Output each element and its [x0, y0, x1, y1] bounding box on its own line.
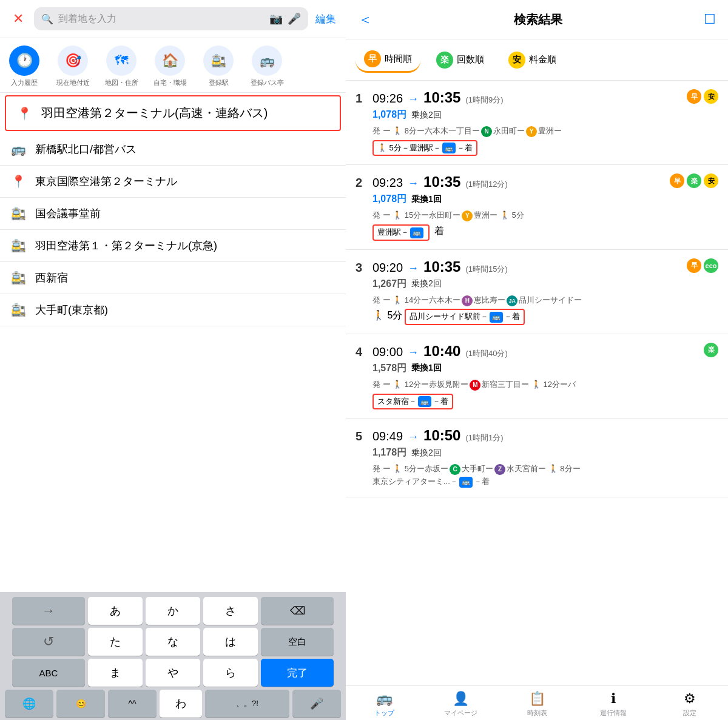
- kb-a-key[interactable]: あ: [88, 597, 143, 625]
- kb-arrow-key[interactable]: →: [12, 597, 85, 625]
- kb-abc-key[interactable]: ABC: [12, 659, 85, 687]
- kb-ka-key[interactable]: か: [146, 597, 200, 625]
- bus-stop-icon: 🚌: [252, 45, 282, 76]
- route-arrow-5: →: [408, 431, 419, 443]
- route-number-4: 4: [356, 345, 362, 359]
- camera-icon[interactable]: 📷: [269, 12, 283, 25]
- list-item-text-3: 東京国際空港第２ターミナル: [35, 174, 177, 189]
- route-arrive-5: 10:50: [423, 427, 460, 444]
- route-price-2: 1,078円: [372, 193, 406, 206]
- c-badge: C: [450, 464, 460, 475]
- sort-tab-hayai[interactable]: 早 時間順: [356, 47, 420, 73]
- list-item-tokyo-intl[interactable]: 📍 東京国際空港第２ターミナル: [0, 166, 346, 198]
- route-item-4[interactable]: 4 09:00 → 10:40 (1時間40分) 1,578円 乗換1回 発 ー…: [346, 334, 728, 419]
- kb-wa-key[interactable]: わ: [160, 690, 202, 718]
- quick-action-home[interactable]: 🏠 自宅・職場: [146, 45, 194, 87]
- list-item-text-7: 大手町(東京都): [35, 303, 108, 317]
- route-time-row-4: 09:00 → 10:40 (1時間40分): [372, 343, 718, 360]
- kb-globe-key[interactable]: 🌐: [5, 690, 53, 718]
- route-price-row-5: 1,178円 乗換2回: [372, 446, 718, 459]
- route-detail-1: 発 ー 🚶 8分ー六本木一丁目ーN永田町ーY豊洲ー: [372, 125, 718, 138]
- route-arrive-4: 10:40: [423, 343, 460, 360]
- quick-actions: 🕐 入力履歴 🎯 現在地付近 🗺 地図・住所 🏠 自宅・職場 🚉: [0, 38, 346, 93]
- walk-icon-2: 🚶: [393, 210, 402, 220]
- route-content-4: 09:00 → 10:40 (1時間40分) 1,578円 乗換1回 発 ー 🚶…: [372, 343, 718, 409]
- route-arrive-1: 10:35: [423, 89, 460, 106]
- kb-double-caret-key[interactable]: ^^: [108, 690, 157, 718]
- route-detail-row-4b: スタ新宿－🚌－着: [372, 391, 718, 410]
- route-item-5[interactable]: 5 09:49 → 10:50 (1時間1分) 1,178円 乗換2回 発 ー …: [346, 419, 728, 497]
- walk-icon: 🚶: [393, 126, 402, 135]
- edit-button[interactable]: 編集: [315, 12, 336, 26]
- list-item-nishishinjuku[interactable]: 🚉 西新宿: [0, 262, 346, 294]
- list-item-haneda2[interactable]: 📍 羽田空港第２ターミナル(高速・連絡バス): [5, 95, 341, 131]
- kb-space-key[interactable]: 空白: [261, 628, 334, 656]
- kb-na-key[interactable]: な: [146, 628, 200, 656]
- kb-sa-key[interactable]: さ: [203, 597, 258, 625]
- nav-item-top[interactable]: 🚌 トップ: [346, 691, 422, 718]
- quick-action-nearby[interactable]: 🎯 現在地付近: [49, 45, 97, 87]
- route-arrive-3: 10:35: [423, 258, 460, 275]
- route-highlight-4: スタ新宿－🚌－着: [372, 394, 453, 410]
- z-badge: Z: [494, 464, 505, 475]
- list-item-otemachi[interactable]: 🚉 大手町(東京都): [0, 294, 346, 326]
- nav-top-icon: 🚌: [376, 691, 393, 707]
- quick-action-bus[interactable]: 🚌 登録バス亭: [243, 45, 291, 87]
- nav-settings-icon: ⚙: [684, 691, 696, 707]
- search-input[interactable]: [58, 13, 265, 24]
- history-label: 入力履歴: [11, 78, 38, 87]
- bottom-nav: 🚌 トップ 👤 マイページ 📋 時刻表 ℹ 運行情報 ⚙ 設定: [346, 685, 728, 720]
- list-item-shimbashi[interactable]: 🚌 新橋駅北口/都営バス: [0, 133, 346, 166]
- keyboard-row-1: → あ か さ ⌫: [2, 597, 343, 625]
- kb-ya-key[interactable]: や: [146, 659, 200, 687]
- nav-item-mypage[interactable]: 👤 マイページ: [422, 691, 499, 718]
- map-label: 地図・住所: [105, 78, 138, 87]
- kb-undo-key[interactable]: ↺: [12, 628, 85, 656]
- kb-ma-key[interactable]: ま: [88, 659, 143, 687]
- close-button[interactable]: ✕: [10, 11, 27, 27]
- keyboard-row-4: 🌐 😊 ^^ わ 、。?! 🎤: [2, 690, 343, 718]
- sort-tab-raku[interactable]: 楽 回数順: [428, 47, 493, 73]
- route-detail-row-2b: 豊洲駅－🚌 着: [372, 222, 718, 241]
- badge-eco-3: eco: [704, 258, 718, 273]
- route-duration-4: (1時間40分): [465, 348, 507, 359]
- kb-done-key[interactable]: 完了: [261, 659, 334, 687]
- route-badges-4: 楽: [704, 343, 718, 357]
- kb-emoji-key[interactable]: 😊: [56, 690, 105, 718]
- route-item-2[interactable]: 2 09:23 → 10:35 (1時間12分) 1,078円 乗換1回 発 ー…: [346, 165, 728, 249]
- bookmark-button[interactable]: ☐: [704, 12, 716, 27]
- sort-tab-yasui[interactable]: 安 料金順: [500, 47, 565, 73]
- route-detail-5: 発 ー 🚶 5分ー赤坂ーC大手町ーZ水天宮前ー 🚶 8分ー: [372, 463, 718, 476]
- list-item-text-1: 羽田空港第２ターミナル(高速・連絡バス): [41, 105, 268, 121]
- quick-action-map[interactable]: 🗺 地図・住所: [97, 45, 146, 87]
- kb-ta-key[interactable]: た: [88, 628, 143, 656]
- nav-mypage-icon: 👤: [453, 691, 469, 707]
- route-highlight-3: 品川シーサイド駅前－🚌－着: [405, 309, 525, 325]
- nav-info-icon: ℹ: [611, 691, 616, 707]
- quick-action-station[interactable]: 🚉 登録駅: [194, 45, 243, 87]
- nav-item-settings[interactable]: ⚙ 設定: [652, 691, 728, 718]
- back-button[interactable]: ＜: [358, 10, 372, 29]
- route-badges-2: 早 楽 安: [670, 173, 718, 188]
- route-price-row-1: 1,078円 乗換2回: [372, 109, 718, 121]
- location-icon-3: 📍: [10, 174, 27, 189]
- kb-punct-key[interactable]: 、。?!: [205, 690, 289, 718]
- badge-raku-4: 楽: [704, 343, 718, 357]
- quick-action-history[interactable]: 🕐 入力履歴: [0, 45, 49, 87]
- badge-yasui-2: 安: [704, 173, 718, 188]
- mic-icon[interactable]: 🎤: [288, 12, 301, 25]
- route-depart-3: 09:20: [372, 261, 403, 275]
- search-results-list: 📍 羽田空港第２ターミナル(高速・連絡バス) 🚌 新橋駅北口/都営バス 📍 東京…: [0, 93, 346, 592]
- route-item-3[interactable]: 3 09:20 → 10:35 (1時間15分) 1,267円 乗換2回 発 ー…: [346, 250, 728, 334]
- list-item-haneda12[interactable]: 🚉 羽田空港第１・第２ターミナル(京急): [0, 230, 346, 262]
- location-icon-1: 📍: [16, 106, 33, 121]
- route-item-1[interactable]: 1 09:26 → 10:35 (1時間9分) 1,078円 乗換2回 発 ー …: [346, 81, 728, 165]
- kb-ha-key[interactable]: は: [203, 628, 258, 656]
- kb-delete-key[interactable]: ⌫: [261, 597, 334, 625]
- kb-mic-bottom-key[interactable]: 🎤: [292, 690, 341, 718]
- nav-item-info[interactable]: ℹ 運行情報: [575, 691, 652, 718]
- kb-ra-key[interactable]: ら: [203, 659, 258, 687]
- nav-item-timetable[interactable]: 📋 時刻表: [499, 691, 575, 718]
- list-item-kokkai[interactable]: 🚉 国会議事堂前: [0, 198, 346, 230]
- bus-icon-r4: 🚌: [418, 396, 431, 407]
